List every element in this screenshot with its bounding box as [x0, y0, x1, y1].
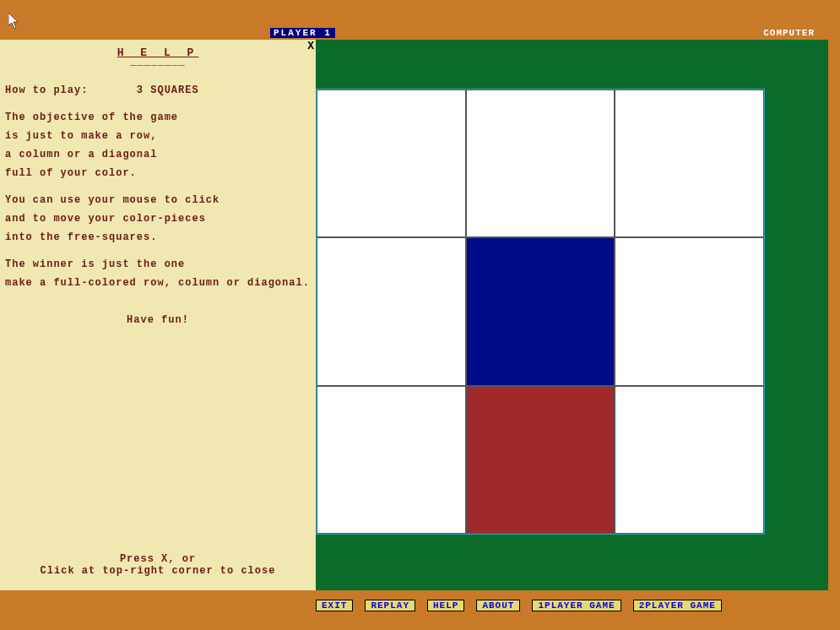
help-footer-line2: Click at top-right corner to close [0, 565, 316, 577]
cell-1-0[interactable] [317, 237, 466, 385]
help-line: You can use your mouse to click [5, 194, 311, 206]
game-name: 3 SQUARES [137, 84, 199, 96]
howto-label: How to play: [5, 84, 88, 96]
help-howto: How to play: 3 SQUARES [5, 84, 311, 96]
mouse-cursor [8, 13, 20, 30]
help-footer: Press X, or Click at top-right corner to… [0, 553, 316, 577]
cell-2-1[interactable] [466, 386, 615, 534]
cell-0-0[interactable] [317, 90, 466, 237]
help-line: into the free-squares. [5, 231, 311, 243]
cell-0-1[interactable] [466, 90, 615, 237]
cell-1-1[interactable] [466, 237, 615, 385]
two-player-button[interactable]: 2PLAYER GAME [633, 600, 722, 611]
player-indicator: PLAYER 1 [270, 28, 335, 38]
computer-label: COMPUTER [763, 28, 815, 38]
help-line: is just to make a row, [5, 130, 311, 142]
exit-button[interactable]: EXIT [316, 600, 353, 611]
help-line: The objective of the game [5, 111, 311, 123]
help-line: make a full-colored row, column or diago… [5, 277, 311, 289]
cell-2-2[interactable] [615, 386, 764, 534]
replay-button[interactable]: REPLAY [365, 600, 415, 611]
about-button[interactable]: ABOUT [476, 600, 520, 611]
help-title-underline: ________ [5, 56, 311, 68]
bottom-button-bar: EXIT REPLAY HELP ABOUT 1PLAYER GAME 2PLA… [316, 600, 722, 611]
help-line: The winner is just the one [5, 258, 311, 270]
help-line: and to move your color-pieces [5, 213, 311, 225]
one-player-button[interactable]: 1PLAYER GAME [532, 600, 621, 611]
cell-0-2[interactable] [615, 90, 764, 237]
top-bar: PLAYER 1 COMPUTER [0, 28, 840, 38]
cell-1-2[interactable] [615, 237, 764, 385]
cell-2-0[interactable] [317, 386, 466, 534]
game-board [316, 89, 765, 535]
help-panel: X H E L P ________ How to play: 3 SQUARE… [0, 40, 316, 590]
help-line: full of your color. [5, 167, 311, 179]
game-area [316, 40, 828, 590]
close-icon[interactable]: X [307, 40, 314, 52]
help-button[interactable]: HELP [427, 600, 464, 611]
help-line: a column or a diagonal [5, 149, 311, 160]
help-fun: Have fun! [5, 314, 311, 326]
help-footer-line1: Press X, or [0, 553, 316, 565]
